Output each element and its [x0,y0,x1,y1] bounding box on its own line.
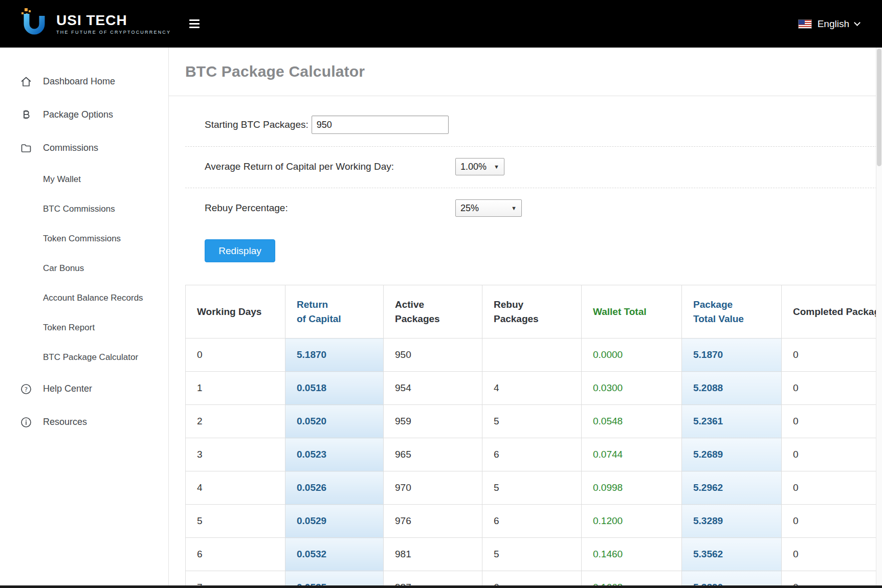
language-selector[interactable]: English [798,18,859,30]
return-of-capital-cell: 0.0529 [285,505,384,538]
table-row: 3 0.0523 965 6 0.0744 5.2689 0 [186,438,882,471]
package-total-value-cell: 5.3562 [682,538,782,571]
brand-tagline: THE FUTURE OF CRYPTOCURRENCY [56,30,171,35]
sidebar-item-dashboard-home[interactable]: Dashboard Home [0,65,168,98]
table-wrap: Working DaysReturn of CapitalActive Pack… [185,285,882,588]
rebuy-packages-cell: 4 [482,372,582,405]
calc-table-body: 0 5.1870 950 0.0000 5.1870 0 1 0.0518 95… [186,338,882,588]
sidebar: Dashboard Home Package Options Commissio… [0,48,169,588]
sidebar-item-car-bonus[interactable]: Car Bonus [0,254,168,283]
sidebar-item-account-balance-records[interactable]: Account Balance Records [0,283,168,313]
rebuy-percentage-label: Rebuy Percentage: [205,202,455,214]
svg-text:?: ? [25,386,28,393]
package-total-value-cell: 5.3289 [682,505,782,538]
page-header: BTC Package Calculator [169,48,882,96]
completed-packages-cell: 0 [782,405,882,438]
wallet-total-cell: 0.0000 [582,338,682,372]
rebuy-packages-cell [482,338,582,372]
us-flag-icon [798,19,812,29]
starting-packages-input[interactable] [312,116,449,134]
app-root: USI TECH THE FUTURE OF CRYPTOCURRENCY En… [0,0,882,588]
rebuy-selected-value: 25% [460,203,479,214]
table-header-cell: Wallet Total [582,285,682,338]
home-icon [19,76,33,88]
sidebar-item-label: BTC Package Calculator [43,352,138,363]
avg-return-row: Average Return of Capital per Working Da… [185,147,882,188]
hamburger-menu-icon[interactable] [187,16,202,31]
sidebar-item-label: Token Commissions [43,234,121,244]
table-row: 5 0.0529 976 6 0.1200 5.3289 0 [186,505,882,538]
table-header-row: Working DaysReturn of CapitalActive Pack… [186,285,882,338]
completed-packages-cell: 0 [782,372,882,405]
return-of-capital-cell: 0.0526 [285,471,384,505]
sidebar-item-label: My Wallet [43,174,81,185]
chevron-down-icon [854,19,861,26]
usi-tech-logo-icon [19,8,49,40]
top-header: USI TECH THE FUTURE OF CRYPTOCURRENCY En… [0,0,882,48]
return-of-capital-cell: 0.0518 [285,372,384,405]
sidebar-item-help-center[interactable]: ? Help Center [0,372,168,405]
sidebar-item-label: Package Options [43,109,113,120]
rebuy-percentage-select[interactable]: 25% ▼ [455,199,522,217]
brand-name: USI TECH [56,13,171,28]
wallet-total-cell: 0.1460 [582,538,682,571]
active-packages-cell: 970 [384,471,482,505]
package-total-value-cell: 5.1870 [682,338,782,372]
rebuy-packages-cell: 5 [482,538,582,571]
active-packages-cell: 954 [384,372,482,405]
starting-packages-row: Starting BTC Packages: [185,104,882,147]
package-total-value-cell: 5.2088 [682,372,782,405]
redisplay-button[interactable]: Redisplay [205,239,275,262]
rebuy-packages-cell: 5 [482,405,582,438]
dropdown-arrow-icon: ▼ [511,205,517,211]
working-days-cell: 0 [186,338,285,372]
active-packages-cell: 950 [384,338,482,372]
sidebar-item-btc-commissions[interactable]: BTC Commissions [0,194,168,224]
return-of-capital-cell: 0.0520 [285,405,384,438]
bitcoin-icon [19,109,33,121]
sidebar-item-label: Token Report [43,323,95,333]
wallet-total-cell: 0.1200 [582,505,682,538]
sidebar-item-my-wallet[interactable]: My Wallet [0,165,168,194]
table-header-cell: Completed Packages [782,285,882,338]
avg-return-select[interactable]: 1.00% ▼ [455,158,504,175]
wallet-total-cell: 0.0548 [582,405,682,438]
sidebar-item-commissions[interactable]: Commissions [0,131,168,165]
sidebar-item-label: Car Bonus [43,263,84,274]
starting-packages-label: Starting BTC Packages: [205,119,308,130]
brand[interactable]: USI TECH THE FUTURE OF CRYPTOCURRENCY [0,8,171,40]
sidebar-item-package-options[interactable]: Package Options [0,98,168,131]
page-title: BTC Package Calculator [185,63,365,80]
rebuy-percentage-row: Rebuy Percentage: 25% ▼ [185,188,882,229]
sidebar-item-label: Dashboard Home [43,76,115,87]
wallet-total-cell: 0.0300 [582,372,682,405]
working-days-cell: 6 [186,538,285,571]
sidebar-item-token-report[interactable]: Token Report [0,313,168,343]
sidebar-item-token-commissions[interactable]: Token Commissions [0,224,168,254]
rebuy-packages-cell: 6 [482,438,582,471]
working-days-cell: 4 [186,471,285,505]
calculator-form: Starting BTC Packages: Average Return of… [185,96,882,262]
working-days-cell: 3 [186,438,285,471]
sidebar-item-label: Help Center [43,383,92,394]
completed-packages-cell: 0 [782,471,882,505]
table-header-cell: Return of Capital [285,285,384,338]
completed-packages-cell: 0 [782,505,882,538]
table-row: 1 0.0518 954 4 0.0300 5.2088 0 [186,372,882,405]
brand-text: USI TECH THE FUTURE OF CRYPTOCURRENCY [56,13,171,35]
vertical-scrollbar[interactable] [876,48,882,588]
working-days-cell: 5 [186,505,285,538]
return-of-capital-cell: 0.0523 [285,438,384,471]
working-days-cell: 2 [186,405,285,438]
avg-return-selected-value: 1.00% [460,162,487,172]
return-of-capital-cell: 5.1870 [285,338,384,372]
folder-icon [19,142,33,154]
completed-packages-cell: 0 [782,538,882,571]
active-packages-cell: 981 [384,538,482,571]
sidebar-item-resources[interactable]: Resources [0,405,168,439]
rebuy-packages-cell: 6 [482,505,582,538]
scrollbar-thumb[interactable] [877,49,881,166]
sidebar-item-label: Account Balance Records [43,293,143,303]
sidebar-item-btc-package-calculator[interactable]: BTC Package Calculator [0,343,168,372]
help-icon: ? [19,383,33,395]
